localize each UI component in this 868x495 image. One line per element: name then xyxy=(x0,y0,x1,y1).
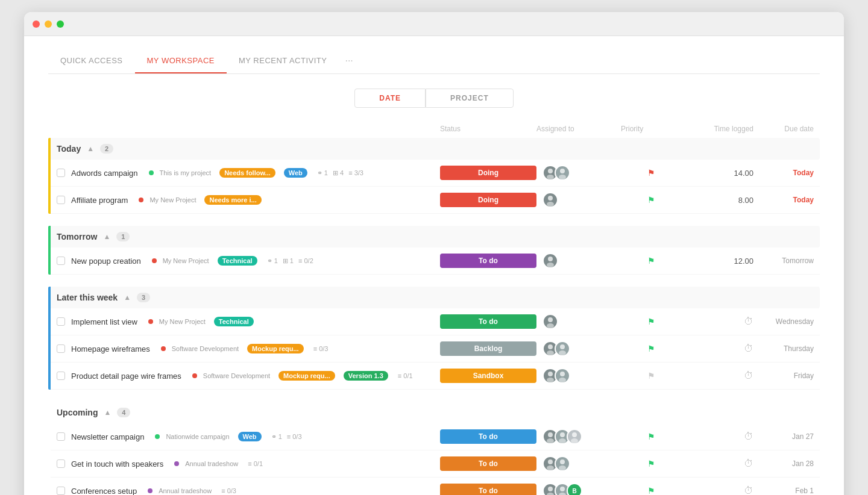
status-badge: To do xyxy=(440,429,536,444)
svg-point-17 xyxy=(559,378,566,382)
svg-point-31 xyxy=(559,493,566,495)
task-checkbox[interactable] xyxy=(57,344,65,353)
flag-icon: ⚑ xyxy=(647,371,655,381)
project-name: This is my project xyxy=(160,169,212,176)
tab-recent-activity[interactable]: MY RECENT ACTIVITY xyxy=(227,49,339,73)
section-header-later[interactable]: Later this week ▲ 3 xyxy=(51,287,820,308)
table-row[interactable]: Implement list viewMy New ProjectTechnic… xyxy=(51,308,820,335)
svg-point-11 xyxy=(547,350,554,355)
svg-point-1 xyxy=(547,175,554,179)
project-name: My New Project xyxy=(163,257,209,264)
task-checkbox[interactable] xyxy=(57,317,65,326)
project-dot xyxy=(161,346,166,351)
tab-more-icon[interactable]: ··· xyxy=(339,48,359,73)
table-row[interactable]: Product detail page wire framesSoftware … xyxy=(51,363,820,390)
table-row[interactable]: Get in touch with speakersAnnual tradesh… xyxy=(51,450,820,478)
avatar xyxy=(555,368,570,384)
task-checkbox[interactable] xyxy=(57,196,65,204)
flag-icon: ⚑ xyxy=(647,317,655,326)
avatar xyxy=(542,314,558,329)
chevron-icon-later: ▲ xyxy=(124,293,131,302)
section-tomorrow: Tomorrow ▲ 1 New popup creationMy New Pr… xyxy=(48,226,820,275)
task-status: To do xyxy=(440,254,536,268)
table-row[interactable]: Conferences setupAnnual tradeshow≡ 0/3To… xyxy=(51,478,820,495)
task-tag: Web xyxy=(284,168,307,178)
svg-point-4 xyxy=(548,196,553,201)
svg-point-2 xyxy=(560,169,565,173)
meta-list: ≡ 0/1 xyxy=(248,460,263,467)
status-badge: Sandbox xyxy=(440,369,536,383)
status-badge: To do xyxy=(440,456,536,471)
task-checkbox[interactable] xyxy=(57,487,65,495)
task-left-area: Implement list viewMy New ProjectTechnic… xyxy=(57,317,440,326)
section-header-upcoming[interactable]: Upcoming ▲ 4 xyxy=(51,402,820,423)
task-checkbox[interactable] xyxy=(57,459,65,468)
svg-point-21 xyxy=(559,438,566,443)
meta-image: ⊞ 4 xyxy=(333,169,344,177)
task-checkbox[interactable] xyxy=(57,372,65,380)
task-tag: Version 1.3 xyxy=(344,371,388,381)
svg-point-23 xyxy=(571,438,578,443)
due-date: Jan 28 xyxy=(753,459,814,468)
section-title-upcoming: Upcoming xyxy=(57,408,98,417)
task-meta: ⚭ 1⊞ 4≡ 3/3 xyxy=(317,169,363,177)
tab-bar: QUICK ACCESS MY WORKSPACE MY RECENT ACTI… xyxy=(48,48,820,74)
project-view-button[interactable]: PROJECT xyxy=(426,89,514,108)
svg-point-0 xyxy=(548,169,553,173)
section-count-later: 3 xyxy=(137,293,150,302)
task-checkbox[interactable] xyxy=(57,432,65,441)
meta-list: ≡ 0/1 xyxy=(398,372,413,379)
task-status: Doing xyxy=(440,166,536,180)
task-name: Homepage wireframes xyxy=(71,344,150,353)
task-tag: Mockup requ... xyxy=(278,371,335,381)
section-header-today[interactable]: Today ▲ 2 xyxy=(51,138,820,160)
task-status: Sandbox xyxy=(440,369,536,383)
main-content: QUICK ACCESS MY WORKSPACE MY RECENT ACTI… xyxy=(24,36,844,495)
table-row[interactable]: Adwords campaignThis is my projectNeeds … xyxy=(51,160,820,187)
tab-quick-access[interactable]: QUICK ACCESS xyxy=(48,49,135,73)
meta-list: ≡ 0/3 xyxy=(313,345,329,352)
app-window: QUICK ACCESS MY WORKSPACE MY RECENT ACTI… xyxy=(24,12,844,495)
task-priority: ⚑ xyxy=(621,256,681,266)
task-sections: Today ▲ 2 Adwords campaignThis is my pro… xyxy=(48,138,820,495)
task-tag: Technical xyxy=(218,256,257,266)
svg-point-25 xyxy=(547,465,554,470)
svg-point-7 xyxy=(547,263,554,267)
task-priority: ⚑ xyxy=(621,459,681,469)
task-checkbox[interactable] xyxy=(57,257,65,265)
header-status: Status xyxy=(440,125,536,133)
tab-my-workspace[interactable]: MY WORKSPACE xyxy=(135,49,227,73)
svg-point-5 xyxy=(547,202,554,207)
project-dot xyxy=(148,488,153,493)
avatar: B xyxy=(567,483,582,495)
project-dot xyxy=(139,198,143,202)
task-priority: ⚑ xyxy=(621,317,681,326)
avatar xyxy=(567,429,582,444)
task-priority: ⚑ xyxy=(621,432,681,441)
task-left-area: New popup creationMy New ProjectTechnica… xyxy=(57,256,440,266)
table-row[interactable]: Affiliate programMy New ProjectNeeds mor… xyxy=(51,187,820,214)
minimize-dot[interactable] xyxy=(45,20,52,28)
date-view-button[interactable]: DATE xyxy=(354,89,426,108)
table-row[interactable]: Homepage wireframesSoftware DevelopmentM… xyxy=(51,335,820,363)
time-logged: ⏱ xyxy=(681,458,753,469)
due-date: Today xyxy=(753,196,814,204)
flag-icon: ⚑ xyxy=(647,486,655,495)
assigned-avatars xyxy=(536,341,621,356)
section-count-today: 2 xyxy=(100,144,113,154)
section-header-tomorrow[interactable]: Tomorrow ▲ 1 xyxy=(51,226,820,248)
task-checkbox[interactable] xyxy=(57,169,65,177)
avatar xyxy=(555,341,570,356)
maximize-dot[interactable] xyxy=(57,20,64,28)
task-left-area: Get in touch with speakersAnnual tradesh… xyxy=(57,459,440,469)
task-left-area: Conferences setupAnnual tradeshow≡ 0/3 xyxy=(57,487,440,496)
table-row[interactable]: New popup creationMy New ProjectTechnica… xyxy=(51,248,820,275)
close-dot[interactable] xyxy=(33,20,40,28)
task-tag: Needs more i... xyxy=(204,195,261,205)
svg-point-24 xyxy=(548,459,553,464)
table-row[interactable]: Newsletter campaignNationwide campaignWe… xyxy=(51,423,820,450)
section-count-tomorrow: 1 xyxy=(116,232,130,241)
project-dot xyxy=(149,170,154,175)
project-name: Nationwide campaign xyxy=(166,433,229,440)
assigned-avatars: B xyxy=(536,483,621,495)
